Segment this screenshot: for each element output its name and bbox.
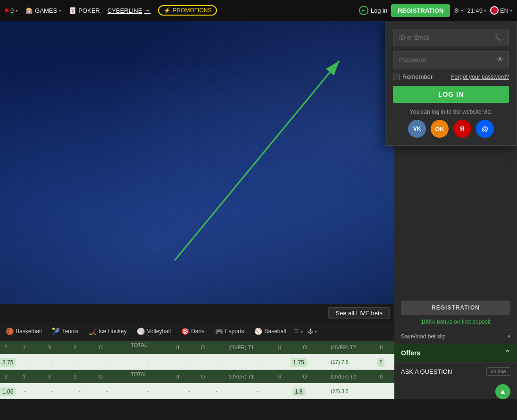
nav-live[interactable]: 0 ▾ [5,7,18,14]
ok-login-button[interactable]: OK [431,120,449,138]
bet-cell[interactable]: 3.75 [0,358,11,366]
bet-cell-highlight: (17) 7.5 [312,359,367,365]
language-selector[interactable]: EN ▾ [490,6,512,15]
controller-icon: 🕹 [308,328,313,335]
nav-games[interactable]: 🎰 GAMES ▾ [25,7,61,14]
nav-poker[interactable]: 🃏 POKER [69,7,100,14]
sport-tab-darts[interactable]: 🎯 Darts [178,326,208,337]
bet-slip-registration-button[interactable]: REGISTRATION [401,301,510,315]
id-email-input[interactable] [393,29,490,46]
chevron-down-icon: ▾ [16,8,18,13]
bet-cell: - [121,359,175,365]
header-col: 2 [62,344,88,350]
social-icons-row: VK OK Я @ [393,120,509,138]
bet-cell-highlight: (22) 3.5 [312,388,367,394]
chevron-up-icon: ▲ [499,387,507,396]
header-col: U [267,374,292,379]
remember-checkbox[interactable] [393,74,400,80]
cyberline-label: CYBERLINE [108,7,142,14]
bet-cell: - [203,359,230,365]
live-label: 0 [10,7,14,14]
baseball-icon: ⚾ [254,328,262,335]
log-in-submit-button[interactable]: LOG IN [393,86,509,103]
time-value: 21:49 [467,7,483,14]
phone-icon[interactable]: 📞 [490,33,509,42]
sport-tab-baseball[interactable]: ⚾ Baseball [251,326,289,337]
sport-tab-volleyball[interactable]: 🏐 Volleyball [134,326,174,337]
offers-section[interactable]: Offers ⌃ [394,344,517,362]
header-col: O [292,374,318,379]
sport-tab-icehockey[interactable]: 🏒 Ice Hockey [86,326,129,337]
settings-button[interactable]: ⚙ ▾ [454,7,463,14]
see-all-live-button[interactable]: See all LIVE bets [328,307,390,319]
esports-icon: 🎮 [215,328,223,335]
mail-login-button[interactable]: @ [476,120,494,138]
scroll-area: ▲ [394,380,517,399]
see-all-live-label: See all LIVE bets [335,310,383,317]
game-controller-more[interactable]: 🕹 ▾ [308,328,317,335]
bottom-sports-area: See all LIVE bets 🏀 Basketball 🎾 Tennis … [0,304,394,399]
id-email-field[interactable]: 📞 [393,29,509,46]
live-bets-bar: See all LIVE bets [0,304,394,322]
flag-icon [490,6,499,15]
bet-cell: - [93,388,121,395]
gear-icon: ⚙ [454,7,459,14]
bet-cell[interactable]: 1.8 [285,387,312,395]
bet-table-header-2: 2 1 X 2 O TOTAL ↕ U O (OVER) T1 U O (OVE… [0,370,394,383]
more-sports-button[interactable]: ☰ ▾ [294,328,303,335]
header-col: O [88,374,113,379]
bet-cell: - [175,359,203,365]
chevron-down-icon: ▾ [315,329,317,334]
chevron-down-icon: ▾ [510,8,512,13]
remember-row: Remember Forgot your password? [393,73,509,80]
header-col: (OVER) T1 [216,374,267,379]
registration-button[interactable]: REGISTRATION [391,4,450,17]
vk-login-button[interactable]: VK [408,120,426,138]
top-navigation-bar: 0 ▾ 🎰 GAMES ▾ 🃏 POKER CYBERLINE → ⚡ PROM… [0,0,517,21]
poker-label: POKER [78,7,100,14]
basketball-icon: 🏀 [6,328,14,335]
login-dropdown: 📞 👁 Remember Forgot your password? LOG I… [385,21,517,146]
bet-cell[interactable]: 2 [367,358,394,366]
remember-left: Remember [393,73,433,80]
sport-tab-esports[interactable]: 🎮 Esports [212,326,247,337]
header-col: U [369,374,394,379]
header-col: U [369,344,394,350]
time-display[interactable]: 21:49 ▾ [467,7,486,14]
bet-cell[interactable]: 1.75 [285,358,312,366]
bet-cell: - [230,359,285,365]
header-col: 1 [11,344,37,350]
darts-label: Darts [191,328,205,335]
eye-icon[interactable]: 👁 [492,56,509,64]
nav-cyberline[interactable]: CYBERLINE → [108,7,151,14]
yandex-login-button[interactable]: Я [453,120,471,138]
login-button[interactable]: ↩ Log in [359,6,387,15]
bet-cell: - [93,359,121,365]
bet-cell: - [121,388,175,395]
promotions-icon: ⚡ [164,7,171,14]
forgot-password-link[interactable]: Forgot your password? [451,74,509,80]
offers-chevron-icon: ⌃ [504,348,510,357]
nav-promotions[interactable]: ⚡ PROMOTIONS [158,5,217,16]
vk-icon: VK [413,126,421,132]
password-input[interactable] [393,51,492,68]
scroll-up-button[interactable]: ▲ [495,384,510,399]
password-field[interactable]: 👁 [393,51,509,68]
save-load-row[interactable]: Save/load bet slip ▾ [394,329,517,344]
login-circle-icon: ↩ [359,6,368,15]
ok-icon: OK [435,126,444,133]
volleyball-icon: 🏐 [137,328,145,335]
total-header-2: TOTAL ↕ [114,371,165,382]
bet-table-data-row-1: 3.75 - - - - - - - - 1.75 (17) 7.5 2 [0,354,394,370]
baseball-label: Baseball [264,328,286,335]
sport-tab-basketball[interactable]: 🏀 Basketball [3,326,44,337]
bonus-text: 100% bonus on first deposit [394,315,517,329]
header-col: (OVER) T2 [318,344,369,350]
offers-label: Offers [401,349,420,357]
header-col: X [37,374,62,379]
ask-question-label: ASK A QUESTION [401,368,452,375]
chevron-down-icon: ▾ [300,329,303,334]
bet-cell[interactable]: 1.06 [0,387,11,395]
sport-tab-tennis[interactable]: 🎾 Tennis [49,326,81,337]
volleyball-label: Volleyball [147,328,171,335]
